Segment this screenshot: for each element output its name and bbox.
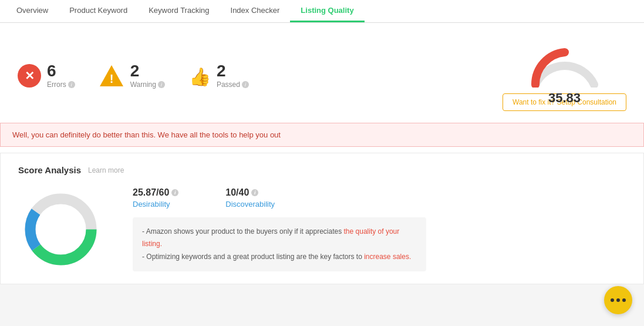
passed-count: 2: [217, 63, 249, 79]
discoverability-metric: 10/40 i Discoverability: [225, 187, 275, 209]
passed-info: 2 Passed i: [217, 63, 249, 89]
warning-triangle-icon: !: [99, 64, 124, 88]
errors-info: 6 Errors i: [47, 63, 75, 89]
discoverability-info-icon[interactable]: i: [251, 189, 258, 196]
nav-item-index-checker[interactable]: Index Checker: [220, 0, 291, 22]
warning-icon-wrapper: !: [99, 64, 124, 88]
desirability-info-icon[interactable]: i: [171, 189, 178, 196]
nav-item-listing-quality[interactable]: Listing Quality: [290, 0, 364, 22]
nav-item-product-keyword[interactable]: Product Keyword: [59, 0, 138, 22]
errors-label: Errors i: [47, 80, 75, 89]
desirability-score: 25.87/60 i: [133, 187, 178, 198]
errors-count: 6: [47, 63, 75, 79]
tips-box: - Amazon shows your product to the buyer…: [133, 217, 426, 272]
stats-row: ✕ 6 Errors i ! 2 Warning i: [18, 35, 626, 123]
nav-item-keyword-tracking[interactable]: Keyword Tracking: [138, 0, 220, 22]
passed-info-icon[interactable]: i: [242, 81, 249, 88]
score-header: Score Analysis Learn more: [18, 165, 626, 175]
desirability-label: Desirability: [133, 200, 178, 209]
highlight-sales: increase sales.: [364, 253, 411, 261]
warnings-stat: ! 2 Warning i: [99, 63, 165, 89]
passed-label: Passed i: [217, 80, 249, 89]
warnings-count: 2: [130, 63, 165, 79]
chat-support-button[interactable]: [604, 286, 632, 314]
discoverability-score: 10/40 i: [225, 187, 275, 198]
score-section: Score Analysis Learn more 25.87/60 i: [0, 153, 644, 284]
alert-message: Well, you can definitely do better than …: [12, 130, 281, 139]
warnings-label: Warning i: [130, 80, 165, 89]
passed-stat: 👍 2 Passed i: [188, 63, 249, 89]
discoverability-label: Discoverability: [225, 200, 275, 209]
learn-more-link[interactable]: Learn more: [88, 166, 124, 174]
metrics-row: 25.87/60 i Desirability 10/40 i Discover…: [133, 187, 626, 209]
score-analysis-title: Score Analysis: [18, 165, 81, 175]
donut-svg: [18, 187, 103, 272]
chat-dots: [611, 298, 626, 302]
tip-2: - Optimizing keywords and a great produc…: [142, 251, 417, 264]
highlight-quality: the quality of your listing.: [142, 227, 399, 248]
alert-banner: Well, you can definitely do better than …: [0, 123, 644, 147]
svg-text:!: !: [109, 72, 113, 85]
gauge-container: 35.83: [527, 41, 603, 88]
nav-item-overview[interactable]: Overview: [6, 0, 59, 22]
metrics-area: 25.87/60 i Desirability 10/40 i Discover…: [133, 187, 626, 272]
errors-stat: ✕ 6 Errors i: [18, 63, 75, 89]
gauge-score: 35.83: [527, 90, 603, 106]
errors-info-icon[interactable]: i: [68, 81, 75, 88]
error-icon: ✕: [18, 64, 41, 88]
gauge-svg: [527, 41, 603, 88]
desirability-metric: 25.87/60 i Desirability: [133, 187, 178, 209]
gauge-area: 35.83 Want to fix it? Setup Consultation: [503, 41, 626, 111]
thumbs-up-svg: 👍: [189, 65, 210, 86]
score-body: 25.87/60 i Desirability 10/40 i Discover…: [18, 187, 626, 272]
nav-bar: OverviewProduct KeywordKeyword TrackingI…: [0, 0, 644, 23]
warnings-info: 2 Warning i: [130, 63, 165, 89]
passed-thumbs-icon: 👍: [188, 65, 211, 87]
donut-chart: [18, 187, 103, 272]
main-content: ✕ 6 Errors i ! 2 Warning i: [0, 23, 644, 153]
warnings-info-icon[interactable]: i: [158, 81, 165, 88]
tip-1: - Amazon shows your product to the buyer…: [142, 226, 417, 251]
svg-text:👍: 👍: [189, 66, 210, 86]
